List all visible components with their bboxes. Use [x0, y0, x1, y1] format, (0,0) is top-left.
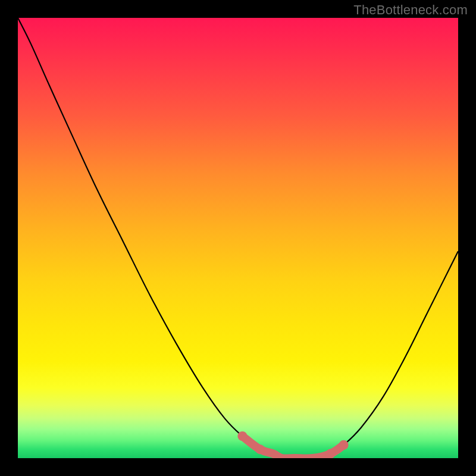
watermark-text: TheBottleneck.com — [353, 2, 468, 18]
marker-dot — [255, 444, 265, 454]
marker-dot — [339, 440, 349, 450]
chart-frame: TheBottleneck.com — [0, 0, 476, 476]
curve-line — [18, 18, 458, 458]
bottleneck-curve — [18, 18, 458, 458]
marker-dot — [237, 431, 247, 441]
plot-area — [18, 18, 458, 458]
marker-dot — [325, 449, 335, 458]
